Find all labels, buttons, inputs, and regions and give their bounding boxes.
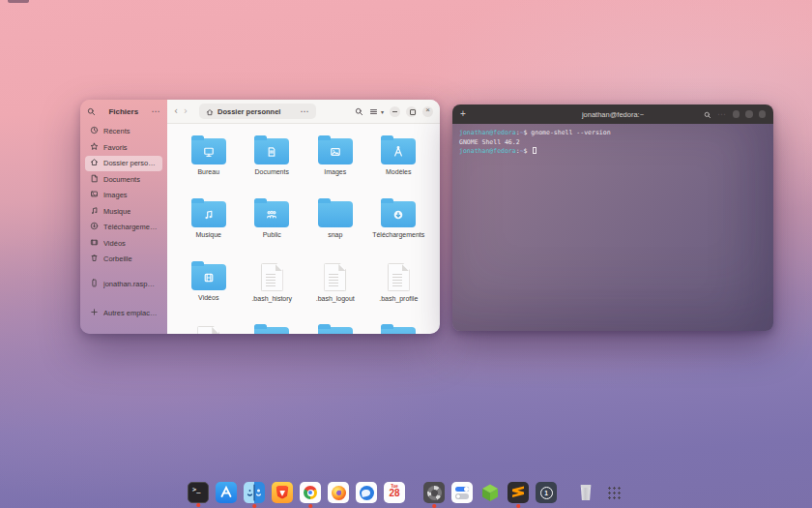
minimize-button[interactable] bbox=[733, 110, 740, 118]
chevron-down-icon[interactable] bbox=[381, 108, 384, 115]
close-button[interactable] bbox=[759, 110, 767, 118]
dock-icon-app-store[interactable] bbox=[216, 482, 237, 503]
sidebar-item-vid-os[interactable]: Vidéos bbox=[85, 235, 162, 251]
terminal-output-line: GNOME Shell 46.2 bbox=[459, 138, 767, 148]
dock-icon-firefox-browser[interactable] bbox=[328, 482, 349, 503]
folder-item[interactable]: Modèles bbox=[367, 134, 431, 194]
dock-icon-show-applications[interactable] bbox=[603, 482, 624, 503]
dock-icon-terminal[interactable]: >_ bbox=[188, 482, 209, 503]
sidebar-item-dossier-personnel[interactable]: Dossier personnel bbox=[85, 156, 162, 171]
dock: >_Tue281 bbox=[188, 482, 624, 508]
terminal-headerbar: jonathan@fedora:~ bbox=[452, 105, 773, 124]
plus-icon bbox=[90, 308, 99, 318]
item-label: Musique bbox=[196, 231, 221, 238]
maximize-button[interactable] bbox=[745, 110, 753, 118]
forward-button[interactable] bbox=[184, 106, 188, 116]
calendar-day: 28 bbox=[384, 488, 405, 498]
folder-item[interactable]: snap bbox=[304, 196, 367, 257]
folder-icon bbox=[381, 327, 416, 334]
home-icon bbox=[90, 158, 99, 168]
folder-item[interactable]: Musique bbox=[177, 196, 241, 257]
file-item[interactable]: .bash_history bbox=[241, 259, 304, 320]
folder-icon bbox=[381, 138, 416, 164]
dock-icon-thunderbird-mail[interactable] bbox=[356, 482, 377, 503]
dock-icon-obs-studio[interactable] bbox=[423, 482, 445, 503]
sidebar-item-device[interactable]: jonathan.raspaut@... bbox=[85, 277, 162, 292]
sidebar-item-label: Vidéos bbox=[103, 239, 126, 248]
folder-item[interactable]: Images bbox=[304, 134, 367, 194]
terminal-prompt-line: jonathan@fedora:~$ gnome-shell --version bbox=[459, 129, 767, 138]
item-label: Public bbox=[263, 231, 281, 238]
trash-icon bbox=[90, 254, 99, 264]
sidebar-item-documents[interactable]: Documents bbox=[85, 171, 162, 187]
folder-icon bbox=[254, 138, 289, 164]
dock-icon-file-manager[interactable] bbox=[244, 482, 265, 503]
search-icon[interactable] bbox=[355, 103, 363, 120]
files-window: Fichiers Récents Favoris Dossier personn… bbox=[80, 100, 440, 334]
app-title: Fichiers bbox=[99, 107, 149, 116]
sidebar-item-favoris[interactable]: Favoris bbox=[85, 139, 162, 155]
sidebar-item-label: Dossier personnel bbox=[103, 159, 158, 167]
folder-item[interactable] bbox=[241, 322, 304, 334]
app-grid-dots bbox=[607, 486, 622, 500]
file-item[interactable]: .bash_profile bbox=[367, 259, 431, 320]
terminal-prompt-line: jonathan@fedora:~$ bbox=[459, 147, 767, 157]
dock-icon-settings[interactable] bbox=[451, 482, 473, 503]
folder-item[interactable] bbox=[304, 322, 367, 334]
path-menu-icon[interactable] bbox=[300, 106, 309, 116]
dock-icon-calendar[interactable]: Tue28 bbox=[384, 482, 405, 503]
dock-icon-chrome-browser[interactable] bbox=[300, 482, 321, 503]
folder-item[interactable]: Documents bbox=[241, 134, 304, 194]
terminal-output[interactable]: jonathan@fedora:~$ gnome-shell --version… bbox=[452, 124, 773, 331]
item-label: snap bbox=[328, 231, 342, 238]
back-button[interactable] bbox=[174, 106, 178, 116]
close-button[interactable] bbox=[422, 106, 433, 117]
terminal-menu-icon[interactable] bbox=[717, 109, 727, 119]
search-icon[interactable] bbox=[704, 105, 711, 123]
trash-can bbox=[580, 485, 592, 500]
folder-item[interactable]: Vidéos bbox=[177, 259, 241, 320]
sidebar-other-label: Autres emplacements bbox=[103, 309, 158, 317]
video-icon bbox=[90, 238, 99, 249]
sidebar-item-label: Téléchargements bbox=[103, 223, 158, 231]
list-view-icon[interactable] bbox=[369, 103, 378, 120]
item-label: .bash_profile bbox=[379, 295, 418, 302]
sidebar-item-r-cents[interactable]: Récents bbox=[85, 124, 162, 139]
sidebar-item-label: Favoris bbox=[103, 143, 128, 152]
folder-item[interactable]: Public bbox=[241, 196, 304, 257]
file-item[interactable]: .bash_logout bbox=[304, 259, 367, 320]
dock-icon-trash[interactable] bbox=[575, 482, 596, 503]
sidebar-item-musique[interactable]: Musique bbox=[85, 203, 162, 219]
item-label: .bash_history bbox=[251, 295, 292, 302]
dock-icon-sublime-text[interactable] bbox=[508, 482, 529, 503]
sidebar-item-images[interactable]: Images bbox=[85, 188, 162, 203]
folder-icon bbox=[191, 201, 226, 227]
file-item[interactable] bbox=[177, 322, 241, 334]
folder-item[interactable]: Bureau bbox=[177, 134, 241, 194]
folder-icon bbox=[318, 327, 353, 334]
view-switcher[interactable] bbox=[369, 103, 384, 120]
sidebar-item-corbeille[interactable]: Corbeille bbox=[85, 252, 162, 267]
chrome-logo bbox=[304, 486, 317, 499]
path-bar[interactable]: Dossier personnel bbox=[199, 104, 316, 119]
maximize-button[interactable] bbox=[406, 106, 417, 117]
dock-icon-brave-browser[interactable] bbox=[272, 482, 293, 503]
files-sidebar-header: Fichiers bbox=[80, 100, 167, 123]
firefox-logo bbox=[332, 486, 346, 500]
item-label: Bureau bbox=[197, 168, 219, 175]
download-icon bbox=[90, 222, 99, 232]
folder-item[interactable] bbox=[367, 322, 431, 334]
thunderbird-logo bbox=[360, 486, 374, 500]
sidebar-item-t-l-chargements[interactable]: Téléchargements bbox=[85, 220, 162, 235]
folder-icon bbox=[318, 201, 353, 227]
minimize-button[interactable] bbox=[390, 106, 400, 117]
sidebar-item-other-locations[interactable]: Autres emplacements bbox=[85, 305, 162, 320]
text-file-icon bbox=[324, 263, 346, 291]
sidebar-device-label: jonathan.raspaut@... bbox=[103, 280, 158, 288]
search-icon[interactable] bbox=[87, 103, 96, 120]
dock-icon-gnome-boxes[interactable] bbox=[479, 482, 501, 503]
text-file-icon bbox=[197, 326, 219, 334]
folder-item[interactable]: Téléchargements bbox=[367, 196, 431, 257]
dock-icon-1password[interactable]: 1 bbox=[536, 482, 557, 503]
app-menu-icon[interactable] bbox=[152, 106, 161, 116]
